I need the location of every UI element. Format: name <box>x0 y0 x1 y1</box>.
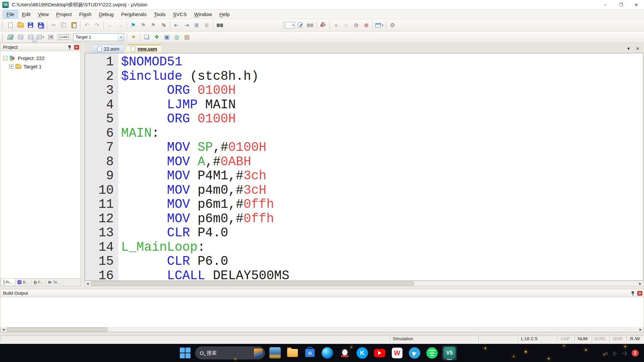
scroll-left-icon[interactable]: ◀ <box>1 327 6 332</box>
copy-button[interactable] <box>59 20 69 30</box>
menu-item-project[interactable]: Project <box>52 10 75 18</box>
panel-tab-project-tab[interactable]: Pr... <box>1 279 15 286</box>
notification-badge[interactable]: 2 <box>632 350 639 357</box>
disable-breakpoints-button[interactable]: ⊘ <box>351 20 361 30</box>
window-layout-button[interactable]: ▾ <box>374 20 384 30</box>
uvision-icon[interactable] <box>442 346 457 360</box>
redo-button[interactable]: ↷ <box>92 20 102 30</box>
toggle-breakpoint-button[interactable]: ● <box>331 20 341 30</box>
unindent-button[interactable]: ⇤ <box>171 20 181 30</box>
scrollbar-track[interactable] <box>6 327 638 332</box>
menu-item-debug[interactable]: Debug <box>95 10 117 18</box>
pin-icon[interactable] <box>631 291 635 296</box>
stop-build-button[interactable]: ✕ <box>46 33 56 42</box>
find-in-files-button[interactable] <box>215 20 225 30</box>
nav-forward-button[interactable]: → <box>115 20 125 30</box>
pack-installer-button[interactable]: ◎ <box>172 33 182 42</box>
comment-button[interactable]: ≣ <box>192 20 202 30</box>
toolbar-grip[interactable] <box>2 21 4 29</box>
editor-horizontal-scrollbar[interactable]: ◀ ▶ <box>85 281 643 286</box>
target-select[interactable]: Target 1▾ <box>73 33 124 41</box>
clear-bookmarks-button[interactable]: ⚑✕ <box>158 20 168 30</box>
code-area[interactable]: 12345678910111213141516 $NOMOD51$include… <box>85 53 643 281</box>
save-all-button[interactable] <box>36 20 46 30</box>
uncomment-button[interactable]: ≣ <box>202 20 212 30</box>
cut-button[interactable]: ✂ <box>49 20 59 30</box>
panel-tab-books-tab[interactable]: ?B... <box>15 279 31 286</box>
menu-item-window[interactable]: Window <box>191 10 216 18</box>
debug-session-button[interactable]: d▾ <box>318 20 328 30</box>
telegram-icon[interactable] <box>407 346 422 360</box>
new-file-button[interactable] <box>5 20 15 30</box>
minimize-button[interactable]: – <box>598 0 613 9</box>
menu-item-peripherals[interactable]: Peripherals <box>117 10 150 18</box>
build-output-scrollbar[interactable]: ◀ ▶ <box>0 327 644 332</box>
rebuild-button[interactable] <box>25 33 36 42</box>
menu-item-tools[interactable]: Tools <box>150 10 169 18</box>
panel-tab-functions-tab[interactable]: {}F... <box>32 279 46 286</box>
menu-item-flash[interactable]: Flash <box>75 10 95 18</box>
wps-office-icon[interactable] <box>390 346 405 360</box>
download-button[interactable]: LOAD <box>59 33 69 42</box>
undo-button[interactable]: ↶ <box>82 20 92 30</box>
tray-chevron-icon[interactable]: ∧ <box>605 351 608 356</box>
tab-new-sam[interactable]: new.sam <box>124 45 162 53</box>
kill-breakpoints-button[interactable]: ⊗ <box>361 20 371 30</box>
pin-icon[interactable] <box>68 45 71 50</box>
save-button[interactable] <box>25 20 36 30</box>
project-panel-close-button[interactable]: ✕ <box>74 45 79 50</box>
search-daily-image[interactable] <box>254 349 263 357</box>
books-button[interactable]: ▤ <box>182 33 192 42</box>
edge-icon[interactable] <box>320 346 335 360</box>
paste-button[interactable] <box>69 20 79 30</box>
options-for-target-button[interactable]: ✶ <box>128 33 139 42</box>
manage-rte-button[interactable]: ❖ <box>152 33 162 42</box>
scrollbar-thumb[interactable] <box>7 327 107 331</box>
close-tab-icon[interactable]: ✕ <box>636 46 639 51</box>
kugou-icon[interactable] <box>355 346 370 360</box>
network-icon[interactable]: ((· <box>613 351 618 356</box>
bookmark-button[interactable]: ⚑ <box>128 20 138 30</box>
select-packs-button[interactable]: ▣ <box>162 33 172 42</box>
find-text-combo[interactable]: ▾ <box>285 22 295 28</box>
qq-icon[interactable] <box>337 346 352 360</box>
find-doc-button[interactable] <box>295 20 305 30</box>
prev-bookmark-button[interactable]: ⚑ <box>138 20 148 30</box>
build-button[interactable]: ↓ <box>15 33 25 42</box>
open-file-button[interactable] <box>15 20 25 30</box>
build-output-close-button[interactable]: ✕ <box>637 291 642 296</box>
collapse-icon[interactable]: - <box>3 56 7 60</box>
taskbar-search-box[interactable]: 搜索 <box>195 347 265 359</box>
batch-build-button[interactable]: ▾ <box>36 33 46 42</box>
tab-list-dropdown-icon[interactable]: ▼ <box>627 46 631 51</box>
scroll-right-icon[interactable]: ▶ <box>638 281 643 286</box>
widgets-icon[interactable] <box>268 346 282 360</box>
configure-button[interactable]: ⚙ <box>387 20 397 30</box>
panel-tab-templates-tab[interactable]: 0Te... <box>46 279 63 286</box>
youtube-icon[interactable] <box>372 346 387 360</box>
toolbar-grip[interactable] <box>2 34 4 41</box>
microsoft-store-icon[interactable]: ⊞ <box>303 346 317 360</box>
menu-item-help[interactable]: Help <box>216 10 233 18</box>
close-button[interactable]: ✕ <box>629 0 644 9</box>
enable-breakpoint-button[interactable]: ○ <box>341 20 351 30</box>
menu-item-view[interactable]: View <box>34 10 52 18</box>
scroll-right-icon[interactable]: ▶ <box>638 327 643 332</box>
start-button[interactable] <box>178 346 193 360</box>
menu-item-file[interactable]: File <box>3 10 18 18</box>
spotify-icon[interactable] <box>425 346 439 360</box>
indent-button[interactable]: ⇥ <box>181 20 192 30</box>
scrollbar-track[interactable] <box>90 281 638 286</box>
build-output-content[interactable] <box>0 297 644 327</box>
file-explorer-icon[interactable] <box>285 346 300 360</box>
expand-icon[interactable]: + <box>9 64 13 69</box>
volume-icon[interactable]: ◁) <box>622 351 627 356</box>
file-extensions-button[interactable]: ❏ <box>142 33 152 42</box>
tree-item-target[interactable]: + Target 1 <box>3 62 80 71</box>
scrollbar-thumb[interactable] <box>91 282 414 286</box>
next-bookmark-button[interactable]: ⚑ <box>148 20 158 30</box>
maximize-button[interactable]: ❐ <box>613 0 629 9</box>
menu-item-svcs[interactable]: SVCS <box>169 10 191 18</box>
tree-item-project[interactable]: - Project: 222 <box>3 54 80 62</box>
find-button[interactable] <box>305 20 315 30</box>
